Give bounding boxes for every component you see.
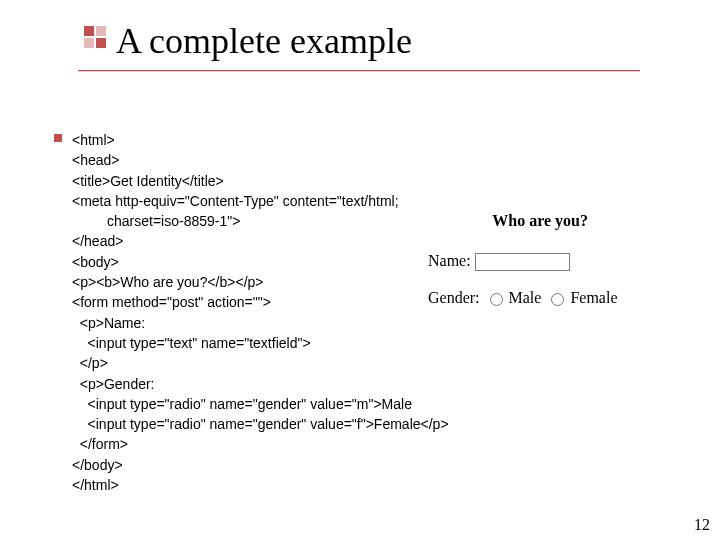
rendered-preview: Who are you? Name: Gender: Male Female [428,212,678,325]
page-number: 12 [694,516,710,534]
female-label: Female [570,289,617,306]
gender-label: Gender: [428,289,480,306]
name-input[interactable] [475,253,570,271]
title-underline [78,70,640,72]
preview-gender-row: Gender: Male Female [428,289,678,307]
gender-male-radio[interactable] [490,293,503,306]
title-bullet-icon [84,26,106,48]
bullet-icon [54,134,62,142]
male-label: Male [509,289,542,306]
preview-heading: Who are you? [428,212,678,230]
name-label: Name: [428,252,471,269]
gender-female-radio[interactable] [551,293,564,306]
slide-title: A complete example [116,20,720,62]
preview-name-row: Name: [428,252,678,271]
slide-header: A complete example [0,0,720,72]
